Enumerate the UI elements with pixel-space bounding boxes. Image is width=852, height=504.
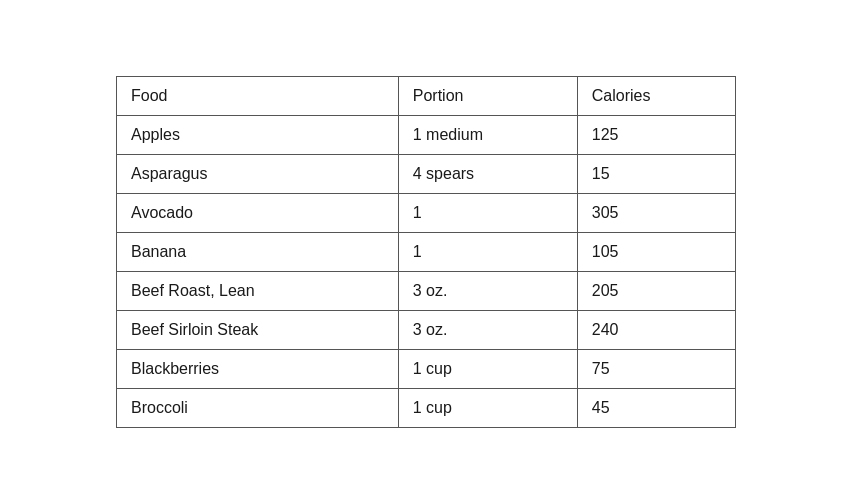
cell-calories: 305 [577,194,735,233]
table-row: Banana1105 [117,233,736,272]
cell-calories: 15 [577,155,735,194]
nutrition-table-container: Food Portion Calories Apples1 medium125A… [116,76,736,428]
cell-calories: 105 [577,233,735,272]
cell-food: Beef Sirloin Steak [117,311,399,350]
cell-food: Apples [117,116,399,155]
table-row: Apples1 medium125 [117,116,736,155]
header-food: Food [117,77,399,116]
cell-portion: 3 oz. [398,272,577,311]
cell-food: Banana [117,233,399,272]
header-calories: Calories [577,77,735,116]
cell-food: Asparagus [117,155,399,194]
cell-portion: 1 [398,233,577,272]
cell-portion: 1 cup [398,389,577,428]
cell-calories: 125 [577,116,735,155]
cell-portion: 4 spears [398,155,577,194]
table-row: Avocado1305 [117,194,736,233]
header-portion: Portion [398,77,577,116]
cell-calories: 205 [577,272,735,311]
cell-portion: 3 oz. [398,311,577,350]
cell-portion: 1 cup [398,350,577,389]
cell-food: Broccoli [117,389,399,428]
cell-calories: 240 [577,311,735,350]
table-row: Asparagus4 spears15 [117,155,736,194]
table-row: Beef Sirloin Steak3 oz.240 [117,311,736,350]
table-row: Broccoli1 cup45 [117,389,736,428]
cell-food: Beef Roast, Lean [117,272,399,311]
cell-calories: 45 [577,389,735,428]
nutrition-table: Food Portion Calories Apples1 medium125A… [116,76,736,428]
cell-portion: 1 medium [398,116,577,155]
cell-food: Blackberries [117,350,399,389]
cell-food: Avocado [117,194,399,233]
table-row: Beef Roast, Lean3 oz.205 [117,272,736,311]
cell-calories: 75 [577,350,735,389]
table-row: Blackberries1 cup75 [117,350,736,389]
table-header-row: Food Portion Calories [117,77,736,116]
cell-portion: 1 [398,194,577,233]
